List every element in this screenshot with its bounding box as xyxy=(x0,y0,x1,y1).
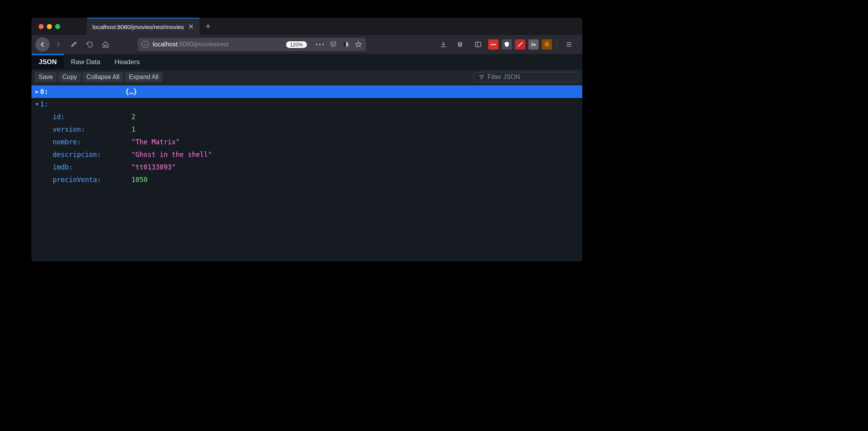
svg-rect-7 xyxy=(475,42,481,47)
svg-point-2 xyxy=(322,44,324,45)
tree-row-0[interactable]: ▶ 0: {…} xyxy=(31,85,582,98)
copy-button[interactable]: Copy xyxy=(58,72,81,82)
filter-json-input[interactable] xyxy=(488,74,573,81)
tab-bar: localhost:8080/jmovies/rest/movies ✕ + xyxy=(31,18,582,35)
downloads-button[interactable] xyxy=(436,37,451,52)
tree-row[interactable]: id: 2 xyxy=(31,111,582,123)
extension-settings-icon[interactable] xyxy=(542,39,552,50)
expand-icon[interactable]: ▶ xyxy=(34,89,40,94)
toolbar-extensions: ••• Se xyxy=(436,37,578,52)
json-value: 2 xyxy=(131,113,135,121)
library-button[interactable] xyxy=(454,37,468,52)
url-text: localhost:8080/jmovies/rest xyxy=(153,41,229,48)
tabs: localhost:8080/jmovies/rest/movies ✕ + xyxy=(87,18,217,35)
extension-selenium-icon[interactable]: Se xyxy=(528,39,539,50)
json-preview: {…} xyxy=(125,88,137,96)
filter-icon xyxy=(479,74,484,80)
pocket-icon[interactable] xyxy=(330,41,337,48)
page-actions-icon[interactable] xyxy=(316,42,324,47)
extension-lastpass-icon[interactable]: ••• xyxy=(488,39,499,50)
browser-window: localhost:8080/jmovies/rest/movies ✕ + i… xyxy=(31,18,582,262)
svg-rect-6 xyxy=(461,42,463,47)
toolbar: i localhost:8080/jmovies/rest 120% xyxy=(31,35,582,54)
expand-all-button[interactable]: Expand All xyxy=(125,72,163,82)
close-window-button[interactable] xyxy=(39,24,44,29)
json-value: "tt0133093" xyxy=(131,163,176,171)
tab-close-icon[interactable]: ✕ xyxy=(188,23,194,30)
json-key: version: xyxy=(53,125,85,133)
svg-rect-5 xyxy=(460,42,460,47)
dev-tools-button[interactable] xyxy=(67,37,81,52)
zoom-badge[interactable]: 120% xyxy=(286,41,307,48)
svg-point-9 xyxy=(546,44,548,45)
url-host: localhost xyxy=(153,41,177,48)
new-tab-button[interactable]: + xyxy=(199,18,217,35)
address-bar[interactable]: i localhost:8080/jmovies/rest 120% xyxy=(138,38,366,51)
json-key: descripcion: xyxy=(53,151,101,158)
svg-point-0 xyxy=(316,44,318,45)
collapse-all-button[interactable]: Collapse All xyxy=(83,72,124,82)
minimize-window-button[interactable] xyxy=(47,24,52,29)
tree-row[interactable]: descripcion: "Ghost in the shell" xyxy=(31,148,582,161)
collapse-icon[interactable]: ▼ xyxy=(34,101,40,107)
toolbar-separator xyxy=(557,39,557,50)
app-menu-button[interactable] xyxy=(562,37,576,52)
extension-noscript-icon[interactable] xyxy=(515,39,525,50)
sidebar-button[interactable] xyxy=(471,37,485,52)
extension-ublock-icon[interactable] xyxy=(502,39,512,50)
tab-raw-data[interactable]: Raw Data xyxy=(64,54,107,69)
json-key: imdb: xyxy=(53,163,73,171)
url-path: :8080/jmovies/rest xyxy=(177,41,229,48)
save-button[interactable]: Save xyxy=(35,72,57,82)
svg-point-1 xyxy=(319,44,321,45)
reload-button[interactable] xyxy=(83,37,97,52)
tree-row[interactable]: precioVenta: 1050 xyxy=(31,173,582,186)
json-key: 1: xyxy=(40,100,48,108)
forward-button[interactable] xyxy=(51,37,65,52)
reader-mode-icon[interactable] xyxy=(342,41,349,48)
tab-json[interactable]: JSON xyxy=(31,54,64,69)
json-value: "The Matrix" xyxy=(131,138,180,146)
home-button[interactable] xyxy=(98,37,113,52)
tree-row[interactable]: version: 1 xyxy=(31,123,582,136)
tab-headers[interactable]: Headers xyxy=(107,54,147,69)
tree-row[interactable]: imdb: "tt0133093" xyxy=(31,161,582,173)
json-action-bar: Save Copy Collapse All Expand All xyxy=(31,70,582,85)
tree-row[interactable]: nombre: "The Matrix" xyxy=(31,136,582,148)
json-viewer-tabs: JSON Raw Data Headers xyxy=(31,54,582,70)
url-actions xyxy=(316,41,362,48)
json-key: nombre: xyxy=(53,138,81,146)
back-button[interactable] xyxy=(35,37,50,52)
json-key: id: xyxy=(53,113,65,121)
bookmark-icon[interactable] xyxy=(355,41,362,48)
svg-rect-4 xyxy=(458,42,459,47)
site-info-icon[interactable]: i xyxy=(142,41,149,48)
window-controls xyxy=(31,24,67,29)
tree-row-1[interactable]: ▼ 1: xyxy=(31,98,582,111)
json-value: "Ghost in the shell" xyxy=(131,151,212,158)
url-fade xyxy=(271,38,283,51)
json-key: 0: xyxy=(40,88,48,96)
json-value: 1050 xyxy=(131,176,148,184)
tab-title: localhost:8080/jmovies/rest/movies xyxy=(92,24,184,30)
filter-json[interactable] xyxy=(473,72,579,82)
json-tree: ▶ 0: {…} ▼ 1: id: 2 version: 1 nombre: "… xyxy=(31,85,582,262)
json-value: 1 xyxy=(131,125,135,133)
json-key: precioVenta: xyxy=(53,176,101,184)
maximize-window-button[interactable] xyxy=(55,24,60,29)
tab-active[interactable]: localhost:8080/jmovies/rest/movies ✕ xyxy=(87,18,199,35)
